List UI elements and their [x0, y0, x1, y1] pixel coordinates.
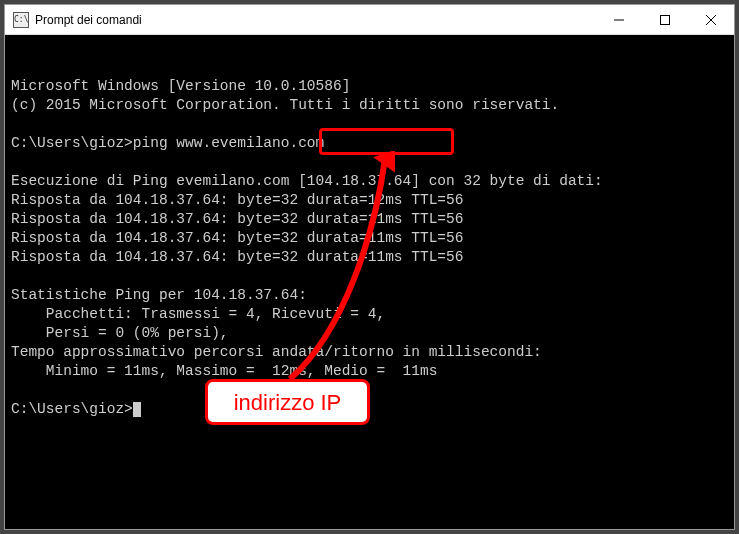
maximize-button[interactable]: [642, 5, 688, 34]
ping-exec-line: Esecuzione di Ping evemilano.com [104.18…: [11, 173, 603, 189]
stats-header: Statistiche Ping per 104.18.37.64:: [11, 287, 307, 303]
ping-reply: Risposta da 104.18.37.64: byte=32 durata…: [11, 249, 463, 265]
rtt-values: Minimo = 11ms, Massimo = 12ms, Medio = 1…: [11, 363, 437, 379]
prompt-prefix: C:\Users\gioz>: [11, 135, 133, 151]
titlebar[interactable]: C:\ Prompt dei comandi: [5, 5, 734, 35]
rtt-header: Tempo approssimativo percorsi andata/rit…: [11, 344, 542, 360]
maximize-icon: [660, 15, 670, 25]
typed-command: ping www.evemilano.com: [133, 135, 324, 151]
cmd-icon: C:\: [13, 12, 29, 28]
minimize-button[interactable]: [596, 5, 642, 34]
terminal-output: Microsoft Windows [Versione 10.0.10586] …: [11, 77, 728, 419]
window-title: Prompt dei comandi: [35, 13, 596, 27]
svg-rect-1: [661, 15, 670, 24]
ping-reply: Risposta da 104.18.37.64: byte=32 durata…: [11, 211, 463, 227]
prompt-prefix: C:\Users\gioz>: [11, 401, 133, 417]
close-icon: [706, 15, 716, 25]
stats-packets: Pacchetti: Trasmessi = 4, Ricevuti = 4,: [11, 306, 385, 322]
window-controls: [596, 5, 734, 34]
stats-loss: Persi = 0 (0% persi),: [11, 325, 229, 341]
banner-line-1: Microsoft Windows [Versione 10.0.10586]: [11, 78, 350, 94]
ping-reply: Risposta da 104.18.37.64: byte=32 durata…: [11, 230, 463, 246]
annotation-label-text: indirizzo IP: [234, 393, 342, 412]
annotation-label-box: indirizzo IP: [205, 379, 370, 425]
cursor-caret: [133, 402, 141, 417]
close-button[interactable]: [688, 5, 734, 34]
ping-reply: Risposta da 104.18.37.64: byte=32 durata…: [11, 192, 463, 208]
command-prompt-window: C:\ Prompt dei comandi Microsoft Windows…: [4, 4, 735, 530]
terminal-body[interactable]: Microsoft Windows [Versione 10.0.10586] …: [5, 35, 734, 529]
minimize-icon: [614, 15, 624, 25]
banner-line-2: (c) 2015 Microsoft Corporation. Tutti i …: [11, 97, 559, 113]
